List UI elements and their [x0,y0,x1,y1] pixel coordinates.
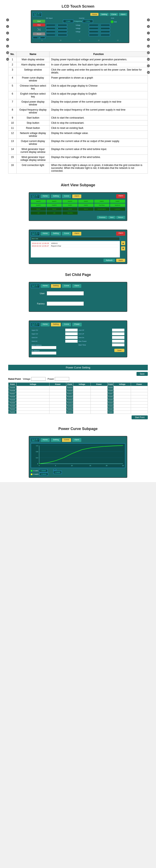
detail-nav-home[interactable]: Home [40,231,50,236]
detail-alarm-btn[interactable]: Alarm [116,231,125,236]
pc-nav-alarm[interactable]: Alarm [72,438,82,442]
alert-alarm-btn[interactable]: Alarm [116,194,125,198]
pcs-pow-input-m0[interactable] [91,387,107,389]
start-btn[interactable]: Start [33,20,45,23]
pcs-pow-input-l5[interactable] [50,402,65,404]
alert-nav-alarm[interactable]: Alarm [72,194,82,198]
pcs-volt-input-r3[interactable] [114,396,130,398]
pcs-pow-input-l1[interactable] [50,390,65,392]
grid-uf-input[interactable] [112,332,124,335]
grid-on-input[interactable] [112,336,124,339]
rated-voltage-input[interactable] [31,377,45,381]
set-nav-home[interactable]: Home [40,284,50,288]
ip-input[interactable] [32,352,56,354]
rated-power-input[interactable] [55,377,69,381]
next-btn[interactable]: Next [108,216,116,219]
pcs-pow-input-r8[interactable] [132,411,147,413]
pcs-pow-input-r2[interactable] [132,393,147,395]
pcs-volt-input-l1[interactable] [17,390,49,392]
pc-nav-setting[interactable]: Setting [51,438,61,442]
pcs-volt-input-m0[interactable] [74,387,90,389]
pcs-pow-input-m3[interactable] [91,396,107,398]
max-power-input[interactable] [112,340,124,343]
pcs-volt-input-r0[interactable] [114,387,130,389]
nav-setting[interactable]: Setting [99,13,109,16]
pc-nav-home[interactable]: Home [40,438,50,442]
pcs-volt-input-l3[interactable] [17,396,49,398]
grid-uv-input[interactable] [65,340,77,343]
nav-curve[interactable]: Curve [110,13,118,16]
back-btn[interactable]: Back [116,259,125,262]
nav-home[interactable]: Home [90,13,99,16]
pcs-pow-input-r1[interactable] [132,390,147,392]
detail-nav-curve[interactable]: Curve [62,231,71,236]
pcs-pow-input-r7[interactable] [132,408,147,410]
settings-nav-home[interactable]: Home [40,322,50,327]
start-time-input[interactable] [112,343,124,346]
pcs-volt-input-r6[interactable] [114,405,130,407]
pcs-pow-input-r6[interactable] [132,405,147,407]
pcs-volt-input-r8[interactable] [114,411,130,413]
pcs-volt-input-m7[interactable] [74,408,90,410]
settings-save-btn[interactable]: Save [114,349,124,352]
return-btn[interactable]: Return [116,216,125,219]
input-uv-input[interactable] [65,332,77,335]
scroll-down-btn[interactable]: ▼ [121,246,125,250]
set-nav-setting[interactable]: Setting [51,284,61,288]
pcs-pow-input-l6[interactable] [50,405,65,407]
pcs-pow-input-l7[interactable] [50,408,65,410]
input-ov-input[interactable] [65,329,77,332]
pcs-pow-input-m1[interactable] [91,390,107,392]
pcs-pow-input-r3[interactable] [132,396,147,398]
pcs-volt-input-l2[interactable] [17,393,49,395]
pcs-volt-input-r7[interactable] [114,408,130,410]
detail-nav-setting[interactable]: Setting [51,231,61,236]
pcs-pow-input-l2[interactable] [50,393,65,395]
nav-alarm[interactable]: Alarm [119,13,127,16]
pcs-volt-input-l4[interactable] [17,399,49,401]
grid-of-input[interactable] [112,329,124,332]
prev-btn[interactable]: Previous [97,216,107,219]
settings-nav-setting[interactable]: Setting [51,322,61,327]
reset-btn[interactable]: Reset [33,32,45,35]
pcs-pow-input-m7[interactable] [91,408,107,410]
pcs-pow-input-r5[interactable] [132,402,147,404]
pcs-pow-input-l4[interactable] [50,399,65,401]
pcs-pow-input-r4[interactable] [132,399,147,401]
alert-nav-home[interactable]: Home [40,194,50,198]
pcs-volt-input-m4[interactable] [74,399,90,401]
pcs-volt-input-m3[interactable] [74,396,90,398]
pcs-pow-input-l3[interactable] [50,396,65,398]
refresh-btn[interactable]: Refresh [103,259,115,262]
pcs-pow-input-l8[interactable] [50,411,65,413]
pcs-pow-input-r0[interactable] [132,387,147,389]
pcs-save-btn-top[interactable]: Save [136,372,148,376]
pcs-volt-input-l0[interactable] [17,387,49,389]
pcs-volt-input-l5[interactable] [17,402,49,404]
pcs-pow-input-m2[interactable] [91,393,107,395]
pcs-volt-input-r5[interactable] [114,402,130,404]
user-input[interactable] [47,291,84,296]
factory-input[interactable] [47,302,84,306]
pcs-volt-input-l8[interactable] [17,411,49,413]
pcs-volt-input-m5[interactable] [74,402,90,404]
alert-nav-setting[interactable]: Setting [51,194,61,198]
set-nav-curve[interactable]: Curve [62,284,71,288]
pcs-volt-input-r1[interactable] [114,390,130,392]
bms-input[interactable] [32,346,56,349]
pcs-volt-input-m6[interactable] [74,405,90,407]
settings-nav-curve[interactable]: Curve [62,322,71,327]
pcs-volt-input-r4[interactable] [114,399,130,401]
pcs-volt-input-m1[interactable] [74,390,90,392]
scroll-up-btn[interactable]: ▲ [121,241,125,245]
pcs-pow-input-m4[interactable] [91,399,107,401]
pc-nav-curve[interactable]: Curve [62,438,71,442]
pcs-volt-input-m2[interactable] [74,393,90,395]
pcs-volt-input-r2[interactable] [114,393,130,395]
pcs-volt-input-m8[interactable] [74,411,90,413]
start-point-btn[interactable]: Start Point [132,415,148,419]
set-nav-alarm[interactable]: Alarm [72,284,82,288]
pcs-volt-input-l6[interactable] [17,405,49,407]
detail-nav-alarm[interactable]: Alarm [72,231,82,236]
alert-nav-curve[interactable]: Curve [62,194,71,198]
